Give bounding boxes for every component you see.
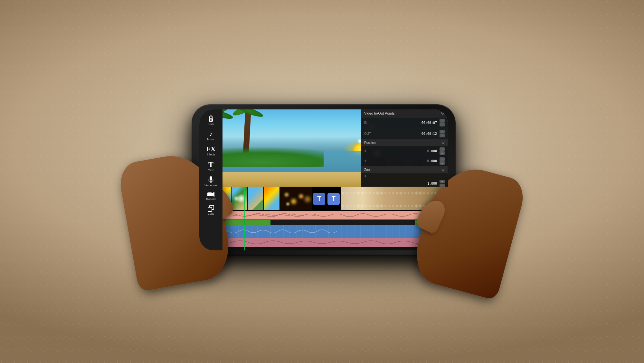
voiceover-label: Voiceover: [204, 184, 217, 187]
music-label: Music: [207, 138, 215, 141]
fx-label: Effects: [206, 153, 215, 156]
record-icon: [207, 191, 214, 197]
panel-title-text: Video In/Out Points: [364, 111, 395, 115]
video-preview: ▶ 013 Undo: [199, 109, 448, 187]
sidebar-item-fx[interactable]: FX Effects: [201, 144, 221, 158]
zoom-x-minus-btn[interactable]: −: [440, 184, 445, 187]
pos-y-value: 0.000: [369, 159, 440, 163]
lock-icon: [207, 115, 214, 122]
svg-rect-8: [208, 207, 212, 211]
pos-x-plus-btn[interactable]: +: [440, 147, 445, 151]
audio-track: [199, 211, 448, 220]
pos-x-row: X 0.000 + −: [361, 146, 448, 156]
marker-4: [245, 220, 270, 225]
svg-marker-6: [212, 192, 214, 197]
svg-rect-1: [210, 119, 212, 121]
in-label: IN: [364, 121, 373, 125]
zoom-section-header: Zoom: [361, 166, 448, 173]
pos-y-minus-btn[interactable]: −: [440, 161, 445, 165]
marker-3: [225, 220, 244, 225]
svg-rect-5: [207, 192, 212, 196]
copy-label: Copy: [207, 212, 214, 215]
in-value: 00:00:07: [373, 121, 440, 125]
pos-x-value: 0.000: [369, 149, 440, 153]
bokeh-clip: [280, 187, 312, 211]
out-plus-btn[interactable]: +: [440, 130, 445, 134]
music-icon: ♪: [209, 130, 213, 137]
sidebar-item-text[interactable]: T Text: [201, 159, 221, 174]
playhead: [244, 187, 245, 250]
main-area: ▶ 013 Undo: [199, 109, 448, 250]
bottom-overlay-track: [199, 225, 448, 238]
pos-y-label: Y: [364, 159, 369, 163]
phone-body: Lock ♪ Music FX Effects T Text: [192, 104, 456, 256]
tt-block-2: T: [327, 193, 340, 205]
sidebar-item-voiceover[interactable]: Voiceover: [201, 174, 221, 189]
svg-rect-2: [210, 176, 212, 181]
panel-title: Video In/Out Points: [361, 109, 448, 117]
timeline-area: T T: [199, 187, 448, 250]
position-section-header: Position: [361, 139, 448, 146]
right-hand: [423, 169, 514, 291]
sidebar-item-music[interactable]: ♪ Music: [201, 128, 221, 143]
thumb-5: [264, 187, 280, 211]
text-icon: T: [208, 161, 213, 168]
out-row: OUT 00:00:12 + −: [361, 128, 448, 139]
main-video-track: T T: [199, 187, 448, 211]
pos-y-plus-btn[interactable]: +: [440, 157, 445, 161]
marker-track: [199, 220, 448, 225]
copy-icon: [208, 205, 214, 212]
second-waveform: [199, 238, 448, 247]
fx-icon: FX: [206, 145, 215, 153]
zoom-label: Zoom: [364, 168, 373, 172]
sidebar-item-copy[interactable]: Copy: [201, 203, 221, 217]
pos-x-controls[interactable]: + −: [440, 147, 445, 155]
in-controls[interactable]: + −: [440, 119, 445, 126]
phone-screen: Lock ♪ Music FX Effects T Text: [199, 109, 448, 250]
in-plus-btn[interactable]: +: [440, 119, 445, 123]
zoom-x-row: 1.000 + −: [361, 179, 448, 187]
zoom-x-plus-btn[interactable]: +: [440, 180, 445, 183]
pos-x-minus-btn[interactable]: −: [440, 151, 445, 155]
scene-wrapper: Lock ♪ Music FX Effects T Text: [0, 0, 644, 363]
zoom-x-axis-label: X: [364, 174, 369, 178]
tt-block-1: T: [313, 193, 325, 205]
out-value: 00:00:12: [373, 132, 440, 135]
light-flare-2: [233, 195, 240, 202]
zoom-x-controls[interactable]: + −: [440, 180, 445, 187]
left-sidebar: Lock ♪ Music FX Effects T Text: [199, 109, 223, 250]
out-controls[interactable]: + −: [440, 130, 445, 137]
voiceover-icon: [208, 176, 213, 183]
record-label: Record: [206, 198, 215, 201]
overlay-waveform: [199, 225, 448, 238]
pos-x-label: X: [364, 149, 369, 153]
sidebar-item-lock[interactable]: Lock: [201, 113, 221, 128]
text-label: Text: [208, 169, 214, 172]
pos-y-controls[interactable]: + −: [440, 157, 445, 165]
lock-label: Lock: [208, 123, 214, 126]
zoom-x-label-row: X: [361, 173, 448, 179]
thumb-4: [248, 187, 264, 211]
out-minus-btn[interactable]: −: [440, 134, 445, 137]
tt-blocks-area: T T: [312, 187, 341, 211]
position-label: Position: [364, 141, 376, 144]
in-minus-btn[interactable]: −: [440, 123, 445, 126]
second-audio-track: [199, 238, 448, 247]
sidebar-item-record[interactable]: Record: [201, 190, 221, 203]
zoom-x-value: 1.000: [364, 182, 440, 185]
screen-content: Lock ♪ Music FX Effects T Text: [199, 109, 448, 250]
waveform-svg: [199, 211, 448, 219]
out-label: OUT: [364, 132, 373, 135]
pos-y-row: Y 0.000 + −: [361, 156, 448, 166]
inout-panel: Video In/Out Points IN 00:00:07 +: [361, 109, 448, 187]
in-row: IN 00:00:07 + −: [361, 117, 448, 128]
